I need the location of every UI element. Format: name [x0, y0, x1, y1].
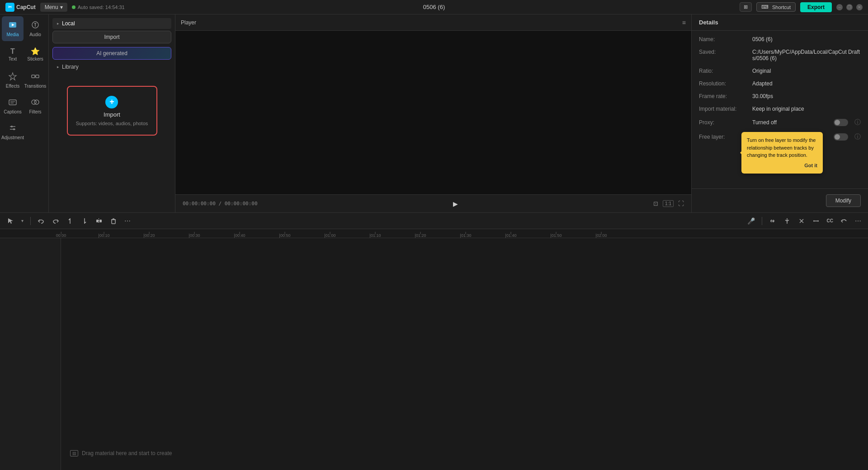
detail-proxy-value: Turned off [752, 119, 830, 126]
modify-button[interactable]: Modify [826, 194, 861, 207]
snap-button[interactable] [781, 216, 793, 226]
tl-separator-2 [762, 217, 762, 225]
player-right-controls: ⊡ 1:1 ⛶ [653, 200, 684, 207]
local-arrow: ▸ [57, 21, 59, 26]
caption-auto-button[interactable]: CC [825, 217, 835, 225]
player-fullscreen-icon[interactable]: ⛶ [678, 200, 684, 207]
split-start-button[interactable] [64, 216, 76, 226]
transitions-tab-label: Transitions [24, 84, 47, 89]
detail-framerate-label: Frame rate: [699, 93, 749, 99]
svg-rect-19 [96, 220, 99, 222]
toolbar-tab-media[interactable]: Media [2, 16, 24, 41]
align-button[interactable] [810, 216, 822, 226]
svg-marker-16 [68, 218, 70, 220]
player-controls: 00:00:00:00 / 00:00:00:00 ▶ ⊡ 1:1 ⛶ [175, 194, 691, 212]
player-play-button[interactable]: ▶ [453, 200, 458, 207]
detail-resolution-label: Resolution: [699, 80, 749, 87]
toolbar-tab-filters[interactable]: Filters [24, 94, 46, 118]
drag-material-hint: ▤ Drag material here and start to create [70, 450, 172, 456]
restore-button[interactable]: ❐ [846, 4, 853, 10]
local-section[interactable]: ▸ Local [52, 18, 171, 29]
tooltip-got-it-button[interactable]: Got it [747, 162, 817, 169]
svg-rect-6 [9, 100, 16, 105]
timeline-area: ▾ [0, 212, 868, 470]
svg-rect-20 [99, 220, 102, 222]
split-end-button[interactable] [79, 216, 90, 226]
undo-button[interactable] [35, 216, 47, 226]
toolbar-tab-audio[interactable]: Audio [24, 16, 46, 41]
detail-row-saved: Saved: C:/Users/MyPC/AppData/Local/CapCu… [699, 49, 861, 61]
svg-point-10 [34, 100, 39, 104]
free-layer-info-icon[interactable]: ⓘ [854, 133, 861, 141]
tl-separator-1 [30, 217, 31, 225]
ruler-mark-10: |01:40 [505, 233, 517, 238]
link-tracks-button[interactable] [767, 216, 778, 226]
detail-row-import-material: Import material: Keep in original place [699, 106, 861, 112]
player-menu-icon[interactable]: ≡ [682, 19, 686, 26]
cursor-tool-button[interactable] [5, 216, 16, 226]
player-panel: Player ≡ 00:00:00:00 / 00:00:00:00 ▶ ⊡ 1… [175, 14, 692, 212]
split-button[interactable] [93, 216, 105, 226]
shortcut-button[interactable]: ⌨ Shortcut [756, 2, 796, 12]
import-drop-zone[interactable]: + Import Supports: videos, audios, photo… [67, 86, 157, 136]
minimize-button[interactable]: – [836, 4, 843, 10]
adjustment-tab-label: Adjustment [1, 135, 24, 140]
library-arrow: ▸ [57, 65, 59, 69]
mic-button[interactable]: 🎤 [745, 216, 757, 226]
timeline-ruler: 00:00 |00:10 |00:20 |00:30 |00:40 |00:50… [0, 229, 868, 238]
timeline-toolbar: ▾ [0, 213, 868, 229]
media-icon [8, 20, 17, 31]
toolbar-tab-text[interactable]: T Text [2, 42, 24, 67]
details-panel: Details Name: 0506 (6) Saved: C:/Users/M… [692, 14, 868, 212]
player-fit-icon[interactable]: ⊡ [653, 200, 658, 207]
detail-row-framerate: Frame rate: 30.00fps [699, 93, 861, 99]
timeline-ruler-inner: 00:00 |00:10 |00:20 |00:30 |00:40 |00:50… [0, 229, 868, 238]
window-layout-button[interactable]: ⊞ [740, 2, 752, 12]
export-button[interactable]: Export [800, 2, 832, 12]
toolbar-tab-transitions[interactable]: Transitions [24, 68, 46, 93]
timeline-tracks-right[interactable]: ▤ Drag material here and start to create [61, 238, 868, 470]
detail-ratio-value: Original [752, 68, 861, 74]
captions-icon [8, 98, 17, 108]
free-layer-toggle[interactable] [834, 133, 848, 141]
auto-save-indicator: Auto saved: 14:54:31 [72, 5, 125, 10]
player-ratio-label[interactable]: 1:1 [663, 200, 674, 207]
ai-generated-button[interactable]: AI generated [52, 47, 171, 60]
svg-point-13 [11, 126, 13, 127]
toolbar-tab-effects[interactable]: Effects [2, 68, 24, 93]
ruler-mark-4: |00:40 [234, 233, 245, 238]
toolbar-tab-adjustment[interactable]: Adjustment [2, 119, 24, 144]
library-section[interactable]: ▸ Library [52, 61, 171, 72]
free-layer-tooltip: Turn on free layer to modify the relatio… [741, 132, 823, 174]
auto-save-text: Auto saved: 14:54:31 [78, 5, 125, 10]
redo-button[interactable] [50, 216, 61, 226]
text-icon: T [10, 48, 15, 55]
drag-hint-text: Drag material here and start to create [82, 450, 172, 456]
delete-button[interactable] [108, 216, 119, 226]
proxy-toggle[interactable] [834, 119, 848, 126]
filters-tab-label: Filters [29, 109, 41, 114]
detail-name-value: 0506 (6) [752, 36, 861, 42]
proxy-info-icon[interactable]: ⓘ [854, 118, 861, 127]
tl-right-tools: 🎤 [745, 216, 863, 226]
trim-button[interactable] [796, 216, 807, 226]
captions-tab-label: Captions [4, 109, 21, 114]
timeline-undo-button[interactable] [838, 216, 850, 226]
ruler-mark-12: |02:00 [596, 233, 607, 238]
ruler-mark-8: |01:20 [415, 233, 426, 238]
menu-button[interactable]: Menu ▾ [40, 3, 67, 12]
timeline-more-button[interactable]: ⋯ [853, 216, 863, 226]
svg-marker-33 [818, 220, 819, 222]
detail-row-ratio: Ratio: Original [699, 68, 861, 74]
close-button[interactable]: ✕ [856, 4, 863, 10]
transitions-icon [31, 72, 40, 82]
cursor-dropdown-button[interactable]: ▾ [19, 217, 26, 225]
ruler-mark-7: |01:10 [370, 233, 381, 238]
detail-resolution-value: Adapted [752, 80, 861, 87]
left-toolbar: Media Audio T Text ⭐ Stickers [0, 14, 49, 212]
toolbar-tab-stickers[interactable]: ⭐ Stickers [24, 42, 46, 67]
title-bar-center: 0506 (6) [423, 4, 445, 10]
toolbar-tab-captions[interactable]: Captions [2, 94, 24, 118]
more-tools-button[interactable]: ⋯ [122, 216, 133, 226]
import-button[interactable]: Import [52, 31, 171, 43]
